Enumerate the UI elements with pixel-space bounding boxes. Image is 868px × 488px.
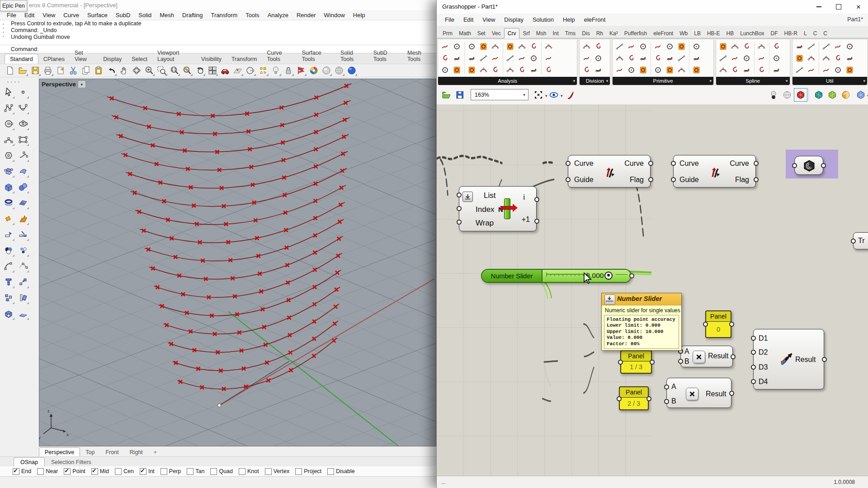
new-file-icon[interactable] <box>4 65 16 76</box>
gh-component-icon[interactable] <box>741 41 753 52</box>
gh-component-icon[interactable] <box>451 64 463 76</box>
gh-tab-vec-3[interactable]: Vec <box>489 28 504 38</box>
gh-component-icon[interactable] <box>490 52 501 64</box>
checkbox-end[interactable] <box>13 468 19 475</box>
menu-render[interactable]: Render <box>292 11 320 19</box>
component-port[interactable] <box>534 219 539 224</box>
preview-eye-icon[interactable] <box>548 89 560 101</box>
gh-component-icon[interactable] <box>614 52 626 64</box>
gh-tab-rh-10[interactable]: Rh <box>593 28 606 38</box>
ribbon-group-label[interactable]: Primitive <box>613 77 713 85</box>
checkbox-perp[interactable] <box>160 468 167 475</box>
panel-component-2-3[interactable]: Panel 2 / 3 <box>619 386 649 410</box>
component-port[interactable] <box>751 379 756 384</box>
epic-pen-overlay[interactable]: Epic Pen <box>0 0 27 11</box>
gh-component-icon[interactable] <box>664 41 676 52</box>
save-icon[interactable] <box>29 65 42 76</box>
menu-window[interactable]: Window <box>320 11 349 19</box>
pan-icon[interactable] <box>118 65 130 76</box>
gh-tab-trns-8[interactable]: Trns <box>562 28 579 38</box>
gh-component-icon[interactable] <box>478 64 490 76</box>
component-port[interactable] <box>664 385 669 389</box>
gh-component-icon[interactable] <box>652 41 664 52</box>
split-bar-icon[interactable] <box>17 228 29 241</box>
window-maximize-button[interactable] <box>829 0 849 14</box>
ribbon-group-label[interactable]: Division <box>580 77 610 85</box>
menu-edit[interactable]: Edit <box>20 11 38 19</box>
gh-component-icon[interactable] <box>528 52 540 64</box>
handle-curve-icon[interactable] <box>17 149 29 162</box>
panel-tab-selection-filters[interactable]: Selection Filters <box>45 458 98 466</box>
menu-tools[interactable]: Tools <box>241 11 263 19</box>
gh-component-icon[interactable] <box>528 64 540 76</box>
toolbar-tab-mesh-tools[interactable]: Mesh Tools <box>402 48 436 64</box>
checkbox-knot[interactable] <box>239 468 245 475</box>
gh-component-icon[interactable] <box>593 52 604 64</box>
gh-component-icon[interactable] <box>593 64 604 76</box>
gh-component-icon[interactable] <box>691 52 703 64</box>
blend-arc-icon[interactable] <box>17 260 29 272</box>
gh-component-icon[interactable] <box>756 52 768 64</box>
flag-srf-icon[interactable] <box>2 228 15 241</box>
gh-component-icon[interactable] <box>664 52 676 64</box>
component-port[interactable] <box>457 192 462 197</box>
gh-tab-elefront-13[interactable]: eleFront <box>650 28 676 38</box>
gh-component-icon[interactable] <box>676 64 688 76</box>
ribbon-group-label[interactable]: Util <box>793 77 868 85</box>
toolbar-tab-subd-tools[interactable]: SubD Tools <box>368 48 402 64</box>
component-port[interactable] <box>566 161 571 166</box>
menu-drafting[interactable]: Drafting <box>178 11 207 19</box>
component-port[interactable] <box>650 360 655 365</box>
gh-component-icon[interactable] <box>478 41 490 52</box>
gh-component-icon[interactable] <box>490 64 501 76</box>
ellipse-i-icon[interactable] <box>17 117 29 130</box>
ribbon-group-label[interactable]: Analysis <box>438 77 577 85</box>
osnap-option-cen[interactable]: Cen <box>115 468 134 475</box>
component-port[interactable] <box>729 391 734 396</box>
gh-component-icon[interactable] <box>729 64 741 76</box>
component-port[interactable] <box>822 357 827 362</box>
gh-tab-msh-6[interactable]: Msh <box>533 28 550 38</box>
gem-blue-icon[interactable] <box>855 89 867 101</box>
gh-component-icon[interactable] <box>439 41 451 52</box>
zoom-extents-icon[interactable] <box>168 65 181 76</box>
rotate-view-icon[interactable] <box>130 65 143 76</box>
toolbar-tab-cplanes[interactable]: CPlanes <box>38 54 70 64</box>
checkbox-int[interactable] <box>140 468 146 475</box>
gh-component-icon[interactable] <box>794 41 806 52</box>
checkbox-point[interactable] <box>64 468 71 475</box>
menu-help[interactable]: Help <box>349 11 369 19</box>
gh-component-icon[interactable] <box>717 52 729 64</box>
pointer-icon[interactable] <box>2 86 15 99</box>
component-port[interactable] <box>646 396 651 401</box>
gh-component-icon[interactable] <box>794 64 806 76</box>
gh-tab-lunchbox-18[interactable]: LunchBox <box>737 28 767 38</box>
osnap-option-vertex[interactable]: Vertex <box>265 468 289 475</box>
puzzle-icon[interactable] <box>2 212 15 225</box>
dropdown-arrow-icon[interactable]: ▾ <box>545 94 547 98</box>
gh-component-icon[interactable] <box>466 64 478 76</box>
checkbox-quad[interactable] <box>210 468 217 475</box>
component-port[interactable] <box>792 163 797 168</box>
gh-tab-lb-15[interactable]: LB <box>691 28 704 38</box>
gh-component-icon[interactable] <box>439 64 451 76</box>
cube-face-icon[interactable] <box>2 307 15 320</box>
component-port[interactable] <box>671 177 676 182</box>
gh-component-icon[interactable] <box>581 52 593 64</box>
component-port[interactable] <box>821 163 826 168</box>
window-close-button[interactable]: ✕ <box>849 0 868 14</box>
gh-component-icon[interactable] <box>794 52 806 64</box>
component-port[interactable] <box>664 399 669 404</box>
cut-icon[interactable] <box>67 65 80 76</box>
box-i-icon[interactable] <box>2 181 15 193</box>
gh-canvas[interactable]: Curve Guide Curve Flag Curve Guide Curve… <box>437 104 868 476</box>
gh-component-icon[interactable] <box>505 41 516 52</box>
flip-curve-component-2[interactable]: Curve Guide Curve Flag <box>673 155 756 188</box>
spheres-i-icon[interactable] <box>17 181 29 193</box>
osnap-option-tan[interactable]: Tan <box>187 468 204 475</box>
sidebar-grip[interactable] <box>7 81 19 83</box>
scale-arrow-icon[interactable] <box>17 276 29 288</box>
component-port[interactable] <box>648 161 653 166</box>
srf-pts-icon[interactable] <box>2 165 15 178</box>
sketch-wisp-icon[interactable] <box>564 89 576 101</box>
